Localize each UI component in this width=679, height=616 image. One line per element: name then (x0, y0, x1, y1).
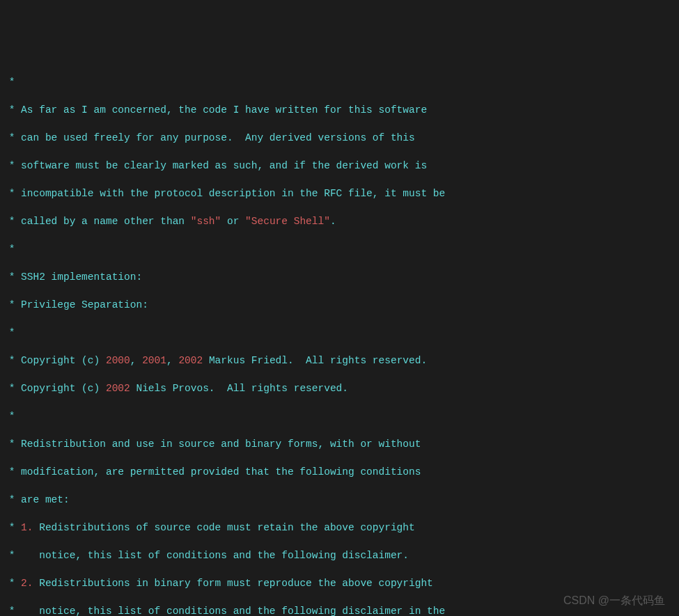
comment-line: * can be used freely for any purpose. An… (3, 131, 676, 145)
year-number: 2001 (142, 355, 166, 366)
string-literal: "Secure Shell" (245, 216, 330, 227)
comment-line: * As far as I am concerned, the code I h… (3, 103, 676, 117)
comment-line: * (3, 409, 676, 423)
comment-line: * 1. Redistributions of source code must… (3, 521, 676, 535)
comment-line: * Copyright (c) 2000, 2001, 2002 Markus … (3, 354, 676, 368)
list-number: 1. (21, 522, 33, 533)
comment-line: * SSH2 implementation: (3, 270, 676, 284)
comment-line: * Privilege Separation: (3, 298, 676, 312)
comment-line: * Copyright (c) 2002 Niels Provos. All r… (3, 381, 676, 395)
comment-line: * (3, 326, 676, 340)
code-editor[interactable]: * * As far as I am concerned, the code I… (3, 61, 676, 616)
comment-line: * software must be clearly marked as suc… (3, 159, 676, 173)
string-literal: "ssh" (191, 216, 221, 227)
comment-line: * (3, 242, 676, 256)
comment-line: * called by a name other than "ssh" or "… (3, 214, 676, 228)
comment-line: * Redistribution and use in source and b… (3, 437, 676, 451)
comment-line: * (3, 75, 676, 89)
comment-line: * notice, this list of conditions and th… (3, 548, 676, 562)
year-number: 2002 (106, 383, 130, 394)
year-number: 2002 (178, 355, 203, 366)
comment-line: * 2. Redistributions in binary form must… (3, 576, 676, 590)
watermark-text: CSDN @一条代码鱼 (563, 594, 665, 608)
comment-line: * incompatible with the protocol descrip… (3, 187, 676, 200)
comment-line: * modification, are permitted provided t… (3, 465, 676, 479)
year-number: 2000 (106, 355, 130, 366)
list-number: 2. (21, 578, 33, 589)
comment-line: * are met: (3, 493, 676, 507)
